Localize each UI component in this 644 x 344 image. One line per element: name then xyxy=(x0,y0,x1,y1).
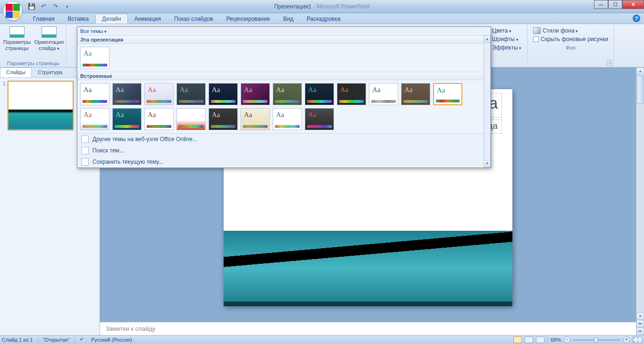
status-slide-counter: Слайд 1 из 1 xyxy=(2,337,33,343)
titlebar: 💾 ↶ ↷ ▾ Презентация1 - Microsoft PowerPo… xyxy=(0,0,644,13)
theme-builtin-19[interactable]: Aa xyxy=(305,108,334,130)
hide-bg-graphics-checkbox[interactable]: Скрыть фоновые рисунки xyxy=(532,35,609,43)
theme-builtin-7[interactable]: Aa xyxy=(305,83,334,105)
background-styles-dropdown[interactable]: Стили фона xyxy=(532,27,609,34)
theme-builtin-16[interactable]: Aa xyxy=(209,108,238,130)
group-label-page-setup: Параметры страницы xyxy=(2,60,64,67)
theme-current[interactable]: Aa xyxy=(80,47,109,69)
themes-row-builtin: AaAaAaAaAaAaAaAaAaAaAaAaAaAaAaAaAaAaAaAa xyxy=(77,80,491,133)
document-name: Презентация1 xyxy=(274,3,311,10)
notes-pane[interactable]: Заметки к слайду xyxy=(100,322,636,335)
gallery-scrollbar: ▲ ▼ xyxy=(484,35,491,168)
tab-animation[interactable]: Анимация xyxy=(128,14,167,24)
theme-builtin-3[interactable]: Aa xyxy=(176,83,206,105)
theme-builtin-1[interactable]: Aa xyxy=(112,83,142,105)
orientation-icon xyxy=(42,26,57,38)
theme-builtin-10[interactable]: Aa xyxy=(401,83,430,105)
minimize-button[interactable]: — xyxy=(594,0,608,9)
status-bar: Слайд 1 из 1 "Открытая" Русский (Россия)… xyxy=(0,335,644,344)
tab-design[interactable]: Дизайн xyxy=(95,14,127,24)
tab-view[interactable]: Вид xyxy=(276,14,300,24)
theme-builtin-15[interactable]: Aa xyxy=(176,108,206,130)
browse-icon xyxy=(81,147,89,154)
undo-button[interactable]: ↶ xyxy=(38,1,49,12)
slide-number-label: 1 xyxy=(3,81,6,130)
save-current-theme[interactable]: Сохранить текущую тему... xyxy=(77,156,491,168)
theme-builtin-12[interactable]: Aa xyxy=(80,108,109,130)
zoom-slider-thumb[interactable] xyxy=(594,337,598,343)
spellcheck-icon[interactable] xyxy=(80,336,86,343)
section-this-presentation: Эта презентация xyxy=(77,35,491,44)
theme-builtin-5[interactable]: Aa xyxy=(241,83,270,105)
qat-customize-button[interactable]: ▾ xyxy=(62,1,72,12)
scroll-thumb[interactable] xyxy=(637,76,644,104)
save-button[interactable]: 💾 xyxy=(26,1,37,12)
theme-builtin-4[interactable]: Aa xyxy=(209,83,238,105)
ribbon-group-background: Стили фона Скрыть фоновые рисунки Фон ↘ xyxy=(527,24,614,67)
restore-button[interactable]: ☐ xyxy=(608,0,622,9)
scroll-up-button[interactable]: ▲ xyxy=(636,67,644,75)
theme-builtin-6[interactable]: Aa xyxy=(273,83,302,105)
section-builtin: Встроенные xyxy=(77,72,491,80)
zoom-out-button[interactable]: − xyxy=(564,336,570,343)
theme-builtin-8[interactable]: Aa xyxy=(337,83,366,105)
all-themes-dropdown[interactable]: Все темы xyxy=(77,27,491,35)
view-sorter-button[interactable] xyxy=(525,336,533,343)
save-theme-icon xyxy=(81,158,89,166)
office-button[interactable] xyxy=(3,1,23,21)
next-slide-button[interactable]: ⏭ xyxy=(636,327,644,335)
prev-slide-button[interactable]: ⏮ xyxy=(636,320,644,327)
view-slideshow-button[interactable] xyxy=(536,336,544,343)
help-button[interactable]: ? xyxy=(633,15,640,22)
ribbon-tabs: Главная Вставка Дизайн Анимация Показ сл… xyxy=(0,13,644,24)
slide-orientation-button[interactable]: Ориентация слайда xyxy=(34,25,64,51)
theme-builtin-13[interactable]: Aa xyxy=(112,108,142,130)
slide-decoration xyxy=(224,231,512,306)
status-language[interactable]: Русский (Россия) xyxy=(91,337,132,343)
theme-builtin-0[interactable]: Aa xyxy=(80,83,109,105)
gallery-scroll-track[interactable] xyxy=(484,43,491,160)
slide-mini-preview xyxy=(8,81,74,130)
themes-footer: Другие темы на веб-узле Office Online...… xyxy=(77,133,491,168)
tab-storyboard[interactable]: Раскадровка xyxy=(300,14,347,24)
themes-gallery-panel: Все темы Эта презентация Aa Встроенные A… xyxy=(77,26,491,168)
themes-row-this: Aa xyxy=(77,44,491,72)
ribbon-group-page-setup: Параметры страницы Ориентация слайда Пар… xyxy=(0,24,67,67)
theme-builtin-2[interactable]: Aa xyxy=(144,83,174,105)
vertical-scrollbar[interactable]: ▲ ▼ ⏮ ⏭ xyxy=(636,67,644,335)
gallery-scroll-up[interactable]: ▲ xyxy=(484,35,491,43)
tab-review[interactable]: Рецензирование xyxy=(220,14,277,24)
page-setup-button[interactable]: Параметры страницы xyxy=(2,25,32,51)
background-dialog-launcher[interactable]: ↘ xyxy=(607,60,612,66)
zoom-in-button[interactable]: + xyxy=(623,336,630,343)
more-themes-online[interactable]: Другие темы на веб-узле Office Online... xyxy=(77,134,491,145)
zoom-percent[interactable]: 68% xyxy=(551,337,561,343)
browse-themes[interactable]: Поиск тем... xyxy=(77,145,491,156)
theme-builtin-11[interactable]: Aa xyxy=(433,83,462,105)
fit-to-window-button[interactable]: ⛶ xyxy=(633,336,642,343)
tab-slideshow[interactable]: Показ слайдов xyxy=(167,14,220,24)
tab-slides[interactable]: Слайды xyxy=(0,67,32,77)
window-title: Презентация1 - Microsoft PowerPoint xyxy=(274,3,370,10)
theme-builtin-18[interactable]: Aa xyxy=(273,108,302,130)
view-normal-button[interactable] xyxy=(513,336,522,343)
tab-insert[interactable]: Вставка xyxy=(61,14,96,24)
window-controls: — ☐ ✕ xyxy=(594,0,644,9)
zoom-slider[interactable] xyxy=(573,339,620,341)
slide-decoration-footer xyxy=(224,302,512,306)
theme-builtin-14[interactable]: Aa xyxy=(144,108,174,130)
tab-home[interactable]: Главная xyxy=(26,14,61,24)
redo-button[interactable]: ↷ xyxy=(50,1,60,12)
theme-builtin-17[interactable]: Aa xyxy=(241,108,270,130)
close-button[interactable]: ✕ xyxy=(622,0,644,9)
theme-builtin-9[interactable]: Aa xyxy=(369,83,398,105)
status-theme-name: "Открытая" xyxy=(43,337,70,343)
group-label-background: Фон xyxy=(529,45,612,51)
page-setup-icon xyxy=(9,26,25,38)
tab-outline[interactable]: Структура xyxy=(32,67,68,77)
scroll-down-button[interactable]: ▼ xyxy=(636,312,644,320)
notes-placeholder: Заметки к слайду xyxy=(106,325,155,332)
gallery-scroll-down[interactable]: ▼ xyxy=(484,160,491,168)
bg-styles-icon xyxy=(533,27,541,34)
checkbox-icon xyxy=(533,36,539,42)
